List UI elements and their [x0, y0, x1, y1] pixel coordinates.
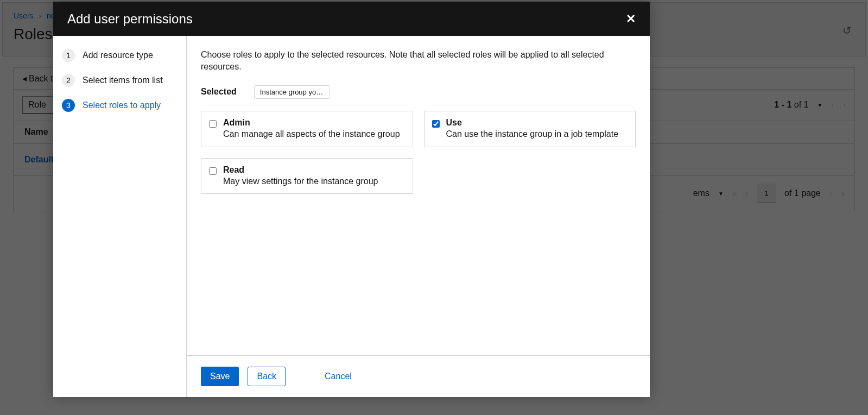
roles-grid: Admin Can manage all aspects of the inst… [201, 111, 636, 194]
selected-label: Selected [201, 87, 237, 97]
wizard-step-number: 2 [62, 74, 75, 87]
modal-body: 1 Add resource type 2 Select items from … [53, 36, 650, 397]
close-icon[interactable]: ✕ [626, 12, 636, 26]
modal-title: Add user permissions [67, 11, 193, 27]
role-desc: Can use the instance group in a job temp… [446, 129, 619, 140]
role-desc: Can manage all aspects of the instance g… [223, 129, 400, 140]
wizard-content: Choose roles to apply to the selected re… [187, 36, 650, 355]
cancel-button[interactable]: Cancel [316, 367, 360, 386]
wizard-step-number: 1 [62, 49, 75, 62]
back-button[interactable]: Back [248, 367, 286, 386]
wizard-step-label: Add resource type [83, 51, 153, 60]
selected-row: Selected Instance group you ca... [201, 85, 636, 99]
wizard-footer: Save Back Cancel [187, 355, 650, 397]
role-name: Read [223, 165, 378, 175]
modal-header: Add user permissions ✕ [53, 2, 650, 36]
selected-chip[interactable]: Instance group you ca... [254, 85, 330, 99]
wizard-step-2[interactable]: 2 Select items from list [62, 74, 178, 87]
wizard-main: Choose roles to apply to the selected re… [187, 36, 650, 397]
wizard-step-label: Select items from list [83, 76, 163, 85]
add-permissions-modal: Add user permissions ✕ 1 Add resource ty… [53, 2, 650, 397]
role-card-use[interactable]: Use Can use the instance group in a job … [424, 111, 636, 147]
role-name: Admin [223, 118, 400, 128]
role-card-admin[interactable]: Admin Can manage all aspects of the inst… [201, 111, 413, 147]
instruction-text: Choose roles to apply to the selected re… [201, 49, 636, 73]
role-card-read[interactable]: Read May view settings for the instance … [201, 158, 413, 194]
wizard-nav: 1 Add resource type 2 Select items from … [53, 36, 187, 397]
wizard-step-number: 3 [62, 99, 75, 112]
role-checkbox-admin[interactable] [209, 120, 217, 128]
wizard-step-3[interactable]: 3 Select roles to apply [62, 99, 178, 112]
role-desc: May view settings for the instance group [223, 176, 378, 187]
wizard-step-1[interactable]: 1 Add resource type [62, 49, 178, 62]
wizard-step-label: Select roles to apply [83, 100, 161, 110]
role-checkbox-read[interactable] [209, 167, 217, 175]
role-checkbox-use[interactable] [432, 120, 440, 128]
role-name: Use [446, 118, 619, 128]
save-button[interactable]: Save [201, 367, 239, 386]
